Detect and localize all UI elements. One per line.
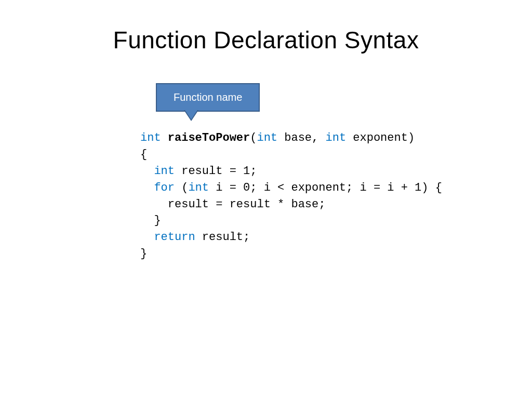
code-text: result; (195, 231, 250, 244)
code-text: i = 0; i < exponent; i = i + 1) { (209, 181, 442, 194)
code-text: } (140, 247, 147, 260)
code-block: int raiseToPower(int base, int exponent)… (140, 130, 442, 262)
code-keyword: int (188, 181, 209, 194)
code-keyword: int (325, 131, 346, 144)
code-text (140, 165, 154, 178)
code-keyword: return (154, 231, 195, 244)
code-keyword: for (154, 181, 175, 194)
code-keyword: int (154, 165, 175, 178)
code-keyword: int (140, 131, 168, 144)
code-text: result = result * base; (140, 198, 325, 211)
code-text: result = 1; (175, 165, 257, 178)
code-text: ( (250, 131, 257, 144)
code-function-name: raiseToPower (168, 131, 250, 144)
code-keyword: int (257, 131, 277, 144)
code-text (140, 231, 154, 244)
code-text (140, 181, 154, 194)
callout-label: Function name (174, 91, 242, 103)
code-text: base, (277, 131, 325, 144)
code-text: ( (175, 181, 188, 194)
callout-function-name: Function name (156, 83, 260, 112)
code-text: exponent) (346, 131, 415, 144)
code-text: } (140, 214, 161, 227)
code-text: { (140, 148, 147, 161)
slide-title: Function Declaration Syntax (0, 26, 532, 54)
callout-pointer (185, 110, 197, 119)
